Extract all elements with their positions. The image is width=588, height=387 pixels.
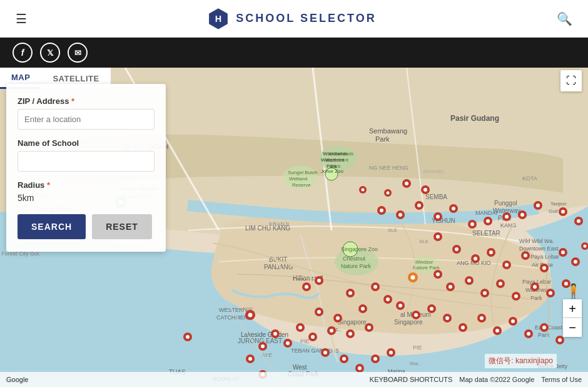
search-button[interactable]: SEARCH xyxy=(18,214,86,239)
svg-point-198 xyxy=(317,310,321,314)
svg-text:SEMBA: SEMBA xyxy=(425,194,447,200)
header-search-button[interactable]: 🔍 xyxy=(554,8,575,29)
svg-text:Johor Zoo: Johor Zoo xyxy=(321,168,344,174)
svg-text:SLE: SLE xyxy=(388,227,397,233)
facebook-button[interactable]: f xyxy=(13,43,33,63)
svg-point-172 xyxy=(495,329,499,333)
map-container: Woodlands Waterfront Park Chestnut Natur… xyxy=(0,68,588,387)
svg-text:Sembawang: Sembawang xyxy=(369,127,407,135)
svg-text:Reserve: Reserve xyxy=(292,182,311,188)
svg-point-108 xyxy=(505,215,509,219)
svg-text:Nature Park: Nature Park xyxy=(413,265,440,271)
school-name-input[interactable] xyxy=(18,151,155,172)
svg-point-126 xyxy=(474,257,477,261)
social-bar: f 𝕏 ✉ xyxy=(0,38,588,68)
svg-point-192 xyxy=(336,316,340,320)
svg-point-226 xyxy=(186,335,190,339)
svg-point-236 xyxy=(405,182,408,185)
radius-label: Radius * xyxy=(18,180,155,190)
svg-text:TEBAN GARDENS: TEBAN GARDENS xyxy=(291,348,339,354)
svg-point-240 xyxy=(411,276,415,280)
svg-point-212 xyxy=(389,351,393,354)
svg-point-160 xyxy=(398,304,402,307)
logo-container: H SCHOOL SELECTOR xyxy=(207,8,376,30)
logo-icon: H xyxy=(207,8,230,30)
hamburger-icon: ☰ xyxy=(16,12,27,26)
svg-point-222 xyxy=(248,357,252,361)
zoom-controls: + − xyxy=(563,299,582,337)
zoom-out-button[interactable]: − xyxy=(563,318,582,337)
svg-text:BUKIT: BUKIT xyxy=(269,256,287,263)
svg-text:Wetland: Wetland xyxy=(289,176,307,182)
svg-point-106 xyxy=(486,219,490,223)
svg-point-204 xyxy=(323,351,327,354)
fullscreen-icon: ⛶ xyxy=(566,75,576,86)
svg-point-166 xyxy=(445,316,449,320)
svg-point-100 xyxy=(436,215,440,219)
map-attribution: KEYBOARD SHORTCUTS Map data ©2022 Google… xyxy=(370,376,582,383)
svg-text:KRANJI: KRANJI xyxy=(269,221,289,227)
svg-text:Park: Park xyxy=(530,295,542,301)
svg-text:H: H xyxy=(215,14,221,24)
twitter-button[interactable]: 𝕏 xyxy=(40,43,60,63)
svg-point-208 xyxy=(358,366,362,370)
zip-input[interactable] xyxy=(18,109,155,130)
email-button[interactable]: ✉ xyxy=(68,43,88,63)
svg-text:SELETAR: SELETAR xyxy=(472,230,500,237)
svg-text:Paya Lebar: Paya Lebar xyxy=(530,254,559,260)
svg-point-118 xyxy=(362,188,365,192)
svg-text:Sungei Buloh: Sungei Buloh xyxy=(288,170,318,175)
pegman[interactable]: 🧍 xyxy=(565,283,582,299)
svg-point-94 xyxy=(380,209,383,212)
reset-button[interactable]: RESET xyxy=(92,214,152,239)
svg-text:KOTA: KOTA xyxy=(522,175,537,182)
svg-point-150 xyxy=(499,282,502,286)
google-label: Google xyxy=(6,376,28,383)
fullscreen-button[interactable]: ⛶ xyxy=(560,70,582,91)
svg-text:Windsor: Windsor xyxy=(415,259,433,265)
svg-point-232 xyxy=(317,279,321,282)
svg-text:PIE: PIE xyxy=(413,344,422,351)
svg-text:Punggol: Punggol xyxy=(494,200,517,207)
svg-point-190 xyxy=(361,307,365,311)
svg-point-128 xyxy=(489,250,493,254)
search-buttons: SEARCH RESET xyxy=(18,214,155,239)
svg-point-230 xyxy=(305,285,308,289)
svg-text:Admiralty..: Admiralty.. xyxy=(423,168,446,174)
svg-point-140 xyxy=(584,245,587,248)
svg-text:SLE: SLE xyxy=(419,239,428,244)
svg-point-200 xyxy=(330,329,333,333)
svg-point-218 xyxy=(273,332,277,336)
svg-point-164 xyxy=(430,307,433,311)
svg-point-194 xyxy=(348,332,352,336)
radius-group: Radius * 5km xyxy=(18,180,155,203)
keyboard-shortcuts[interactable]: KEYBOARD SHORTCUTS xyxy=(370,376,452,383)
svg-point-174 xyxy=(511,319,515,323)
svg-text:Nature Park: Nature Park xyxy=(341,263,372,269)
svg-text:Mar..: Mar.. xyxy=(410,361,421,366)
svg-point-138 xyxy=(574,260,577,264)
app-title: SCHOOL SELECTOR xyxy=(236,12,376,25)
facebook-icon: f xyxy=(21,48,24,58)
svg-point-132 xyxy=(524,254,527,257)
hamburger-button[interactable]: ☰ xyxy=(13,8,30,29)
svg-text:Singapore: Singapore xyxy=(394,319,423,326)
svg-text:Waterfront: Waterfront xyxy=(321,157,345,163)
terms-of-use-link[interactable]: Terms of Use xyxy=(541,376,582,383)
header: ☰ H SCHOOL SELECTOR 🔍 xyxy=(0,0,588,38)
twitter-icon: 𝕏 xyxy=(47,48,53,58)
zoom-in-button[interactable]: + xyxy=(563,299,582,318)
svg-point-202 xyxy=(311,335,315,339)
svg-text:KANG: KANG xyxy=(500,222,517,229)
svg-point-154 xyxy=(533,285,537,289)
svg-text:Park: Park xyxy=(375,135,390,143)
svg-point-184 xyxy=(373,285,377,289)
svg-text:Wild Wild Wa.: Wild Wild Wa. xyxy=(519,238,554,244)
svg-point-206 xyxy=(342,357,346,361)
svg-point-156 xyxy=(549,291,552,295)
svg-point-146 xyxy=(467,279,471,282)
school-name-label: Name of School xyxy=(18,138,155,148)
svg-point-134 xyxy=(542,266,546,270)
svg-point-178 xyxy=(542,326,546,329)
svg-text:NG NEE HENG: NG NEE HENG xyxy=(369,165,408,171)
